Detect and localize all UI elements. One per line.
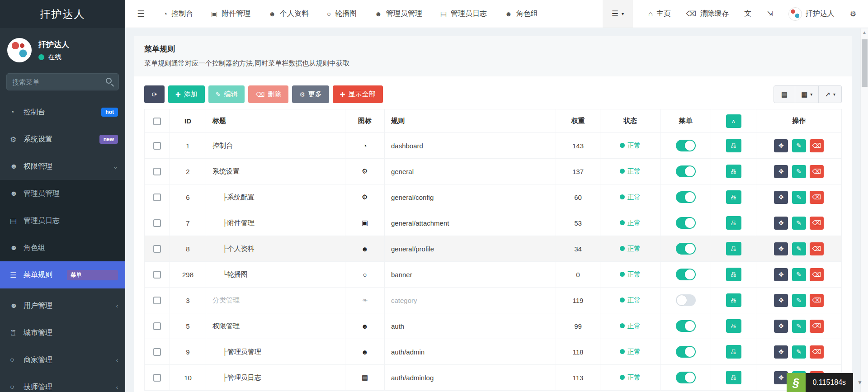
- drag-button[interactable]: ✥: [774, 345, 788, 359]
- sidebar-item-auth[interactable]: ☻ 权限管理 ⌄: [0, 153, 125, 180]
- edit-row-button[interactable]: ✎: [792, 139, 806, 152]
- sitemap-button[interactable]: 品: [726, 268, 741, 281]
- table-row[interactable]: 9 ├管理员管理 ☻ auth/admin 118 正常 品 ✥ ✎ ⌫: [145, 339, 842, 365]
- row-checkbox[interactable]: [153, 374, 161, 382]
- tabs-dropdown-button[interactable]: ☰▾: [603, 0, 633, 28]
- edit-row-button[interactable]: ✎: [792, 320, 806, 333]
- table-row[interactable]: 5 权限管理 ☻ auth 99 正常 品 ✥ ✎ ⌫: [145, 313, 842, 339]
- scrollbar[interactable]: ▲: [860, 28, 868, 392]
- add-button[interactable]: ✚添加: [168, 85, 205, 103]
- table-row[interactable]: 8 ├个人资料 ☻ general/profile 34 正常 品 ✥ ✎ ⌫: [145, 236, 842, 262]
- edit-row-button[interactable]: ✎: [792, 217, 806, 230]
- toggle-view-button[interactable]: ▤: [774, 85, 795, 103]
- menu-toggle[interactable]: [676, 320, 696, 332]
- menu-toggle[interactable]: [676, 372, 696, 383]
- refresh-button[interactable]: ⟳: [144, 85, 165, 103]
- fullscreen-button[interactable]: ⇲: [767, 9, 773, 18]
- drag-button[interactable]: ✥: [774, 139, 788, 152]
- drag-button[interactable]: ✥: [774, 294, 788, 307]
- table-row[interactable]: 1 控制台 ◔ dashboard 143 正常 品 ✥ ✎ ⌫: [145, 133, 842, 159]
- collapse-all-button[interactable]: ∧: [726, 114, 741, 128]
- hamburger-icon[interactable]: ☰: [137, 9, 153, 19]
- sidebar-item-city-manage[interactable]: ♖ 城市管理: [0, 319, 125, 346]
- sitemap-button[interactable]: 品: [726, 345, 741, 359]
- drag-button[interactable]: ✥: [774, 165, 788, 178]
- drag-button[interactable]: ✥: [774, 217, 788, 230]
- thinkphp-logo-icon[interactable]: §: [787, 373, 806, 392]
- row-checkbox[interactable]: [153, 142, 161, 150]
- delete-row-button[interactable]: ⌫: [810, 217, 824, 230]
- columns-button[interactable]: ▦▾: [795, 85, 819, 103]
- debug-caret-icon[interactable]: ▼: [857, 379, 863, 386]
- delete-row-button[interactable]: ⌫: [810, 165, 824, 178]
- sidebar-item-merchant-manage[interactable]: ○ 商家管理 ‹: [0, 346, 125, 373]
- sidebar-item-admin[interactable]: ☻ 管理员管理: [0, 180, 125, 207]
- delete-row-button[interactable]: ⌫: [810, 294, 824, 307]
- menu-toggle[interactable]: [676, 140, 696, 151]
- drag-button[interactable]: ✥: [774, 242, 788, 255]
- edit-row-button[interactable]: ✎: [792, 294, 806, 307]
- edit-row-button[interactable]: ✎: [792, 345, 806, 359]
- edit-row-button[interactable]: ✎: [792, 191, 806, 204]
- settings-button[interactable]: ⚙: [850, 9, 856, 18]
- tab-banner[interactable]: ○轮播图: [327, 9, 357, 19]
- topbar-user-menu[interactable]: 扞护达人: [788, 7, 835, 21]
- menu-toggle[interactable]: [676, 269, 696, 280]
- sidebar-item-technician-manage[interactable]: ○ 技师管理 ‹: [0, 373, 125, 392]
- delete-row-button[interactable]: ⌫: [810, 320, 824, 333]
- sidebar-item-general[interactable]: ⚙ 系统设置 new: [0, 126, 125, 153]
- table-row[interactable]: 298 └轮播图 ○ banner 0 正常 品 ✥ ✎ ⌫: [145, 262, 842, 288]
- table-row[interactable]: 10 ├管理员日志 ▤ auth/adminlog 113 正常 品 ✥ ✎ ⌫: [145, 365, 842, 391]
- sidebar-item-user-manage[interactable]: ☻ 用户管理 ‹: [0, 292, 125, 319]
- clear-cache-button[interactable]: ⌫清除缓存: [686, 9, 729, 19]
- row-checkbox[interactable]: [153, 168, 161, 175]
- sitemap-button[interactable]: 品: [726, 319, 741, 333]
- tab-attachment[interactable]: ▣附件管理: [211, 9, 250, 19]
- sitemap-button[interactable]: 品: [726, 139, 741, 152]
- menu-toggle[interactable]: [676, 346, 696, 358]
- home-button[interactable]: ⌂主页: [648, 9, 671, 19]
- tab-dashboard[interactable]: ◔控制台: [163, 9, 193, 19]
- sitemap-button[interactable]: 品: [726, 190, 741, 204]
- menu-toggle[interactable]: [676, 217, 696, 229]
- sitemap-button[interactable]: 品: [726, 242, 741, 255]
- row-checkbox[interactable]: [153, 322, 161, 330]
- sidebar-item-rule-active[interactable]: ☰ 菜单规则 菜单: [0, 261, 125, 288]
- menu-toggle[interactable]: [676, 165, 696, 177]
- table-row[interactable]: 6 ├系统配置 ⚙ general/config 60 正常 品 ✥ ✎ ⌫: [145, 184, 842, 210]
- search-input[interactable]: [6, 73, 119, 90]
- drag-button[interactable]: ✥: [774, 268, 788, 281]
- show-all-button[interactable]: ✚显示全部: [333, 85, 383, 103]
- drag-button[interactable]: ✥: [774, 191, 788, 204]
- scroll-up-arrow[interactable]: ▲: [861, 28, 868, 37]
- delete-row-button[interactable]: ⌫: [810, 268, 824, 281]
- sitemap-button[interactable]: 品: [726, 371, 741, 384]
- sidebar-item-group[interactable]: ☻ 角色组: [0, 234, 125, 261]
- menu-toggle[interactable]: [676, 294, 696, 306]
- row-checkbox[interactable]: [153, 194, 161, 201]
- row-checkbox[interactable]: [153, 348, 161, 356]
- export-button[interactable]: ↗▾: [819, 85, 842, 103]
- edit-button[interactable]: ✎编辑: [208, 85, 245, 103]
- row-checkbox[interactable]: [153, 219, 161, 227]
- sitemap-button[interactable]: 品: [726, 293, 741, 307]
- delete-button[interactable]: ⌫删除: [248, 85, 288, 103]
- sidebar-item-dashboard[interactable]: ◔ 控制台 hot: [0, 99, 125, 126]
- row-checkbox[interactable]: [153, 271, 161, 279]
- select-all-checkbox[interactable]: [153, 118, 161, 125]
- row-checkbox[interactable]: [153, 297, 161, 304]
- tab-profile[interactable]: ☻个人资料: [269, 9, 309, 19]
- table-row[interactable]: 3 分类管理 ❧ category 119 正常 品 ✥ ✎ ⌫: [145, 288, 842, 313]
- edit-row-button[interactable]: ✎: [792, 242, 806, 255]
- drag-button[interactable]: ✥: [774, 320, 788, 333]
- more-button[interactable]: ⚙更多: [292, 85, 329, 103]
- edit-row-button[interactable]: ✎: [792, 268, 806, 281]
- tab-adminlog[interactable]: ▤管理员日志: [440, 9, 487, 19]
- row-checkbox[interactable]: [153, 245, 161, 253]
- tab-admin[interactable]: ☻管理员管理: [375, 9, 422, 19]
- tab-group[interactable]: ☻角色组: [505, 9, 538, 19]
- table-row[interactable]: 7 ├附件管理 ▣ general/attachment 53 正常 品 ✥ ✎…: [145, 210, 842, 236]
- language-button[interactable]: 文: [744, 9, 751, 19]
- delete-row-button[interactable]: ⌫: [810, 242, 824, 255]
- scrollbar-thumb[interactable]: [862, 39, 868, 87]
